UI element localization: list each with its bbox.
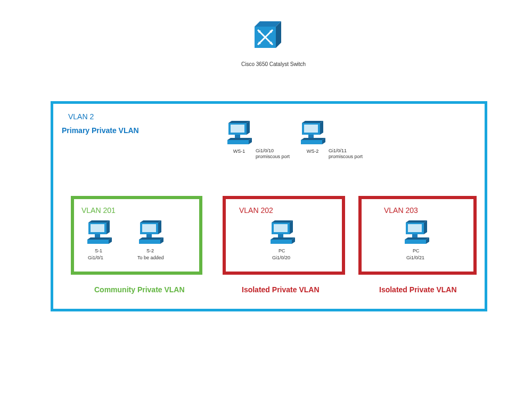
pc-icon	[268, 220, 296, 246]
pc2-name: PC	[413, 248, 420, 253]
svg-rect-36	[142, 224, 156, 232]
svg-marker-26	[107, 220, 110, 234]
isolated-vlan-label: Isolated Private VLAN	[242, 285, 320, 294]
svg-marker-50	[424, 220, 427, 234]
ws2-note: promiscous port	[329, 154, 363, 159]
community-vlan-label: Community Private VLAN	[94, 285, 185, 294]
svg-rect-29	[95, 234, 100, 237]
switch-label: Cisco 3650 Catalyst Switch	[241, 61, 306, 67]
svg-marker-18	[320, 121, 323, 135]
isolated-vlan-label: Isolated Private VLAN	[379, 285, 457, 294]
svg-rect-32	[87, 240, 109, 244]
vlan202-id: VLAN 202	[239, 206, 273, 215]
s1-name: S-1	[95, 248, 102, 253]
svg-rect-40	[139, 240, 160, 244]
pc1-port: Gi1/0/20	[272, 255, 290, 260]
svg-marker-46	[271, 237, 295, 240]
pc2-port: Gi1/0/21	[406, 255, 424, 260]
svg-rect-48	[271, 240, 292, 244]
svg-rect-53	[412, 234, 418, 237]
ws1-port: Gi1/0/10	[256, 148, 274, 153]
primary-vlan-title: Primary Private VLAN	[62, 126, 139, 135]
ws2-port: Gi1/0/11	[329, 148, 347, 153]
switch-icon	[250, 20, 282, 51]
svg-rect-44	[274, 224, 288, 232]
pc-icon	[403, 220, 430, 246]
svg-rect-21	[308, 135, 314, 138]
svg-rect-45	[278, 234, 283, 237]
svg-rect-28	[91, 224, 104, 232]
s2-note: To be added	[137, 255, 164, 260]
vlan2-id: VLAN 2	[68, 112, 94, 121]
svg-marker-17	[302, 121, 323, 123]
svg-rect-16	[227, 140, 249, 144]
svg-rect-20	[304, 125, 318, 133]
ws1-name: WS-1	[231, 149, 247, 154]
svg-marker-34	[158, 220, 161, 234]
svg-marker-9	[228, 121, 250, 123]
workstation-icon	[299, 121, 326, 146]
ws2-name: WS-2	[305, 149, 321, 154]
server-icon	[85, 220, 113, 246]
svg-marker-42	[290, 220, 293, 234]
svg-rect-52	[408, 224, 422, 232]
svg-rect-12	[231, 125, 244, 133]
svg-rect-13	[235, 135, 240, 138]
svg-marker-54	[405, 237, 429, 240]
s2-name: S-2	[146, 248, 154, 253]
svg-rect-56	[405, 240, 426, 244]
ws1-note: promiscous port	[256, 154, 290, 159]
vlan203-id: VLAN 203	[384, 206, 418, 215]
svg-marker-10	[247, 121, 250, 135]
pc1-name: PC	[279, 248, 285, 253]
vlan201-id: VLAN 201	[81, 206, 116, 215]
svg-rect-37	[146, 234, 152, 237]
workstation-icon	[225, 121, 253, 146]
server-icon	[137, 220, 165, 246]
svg-marker-25	[88, 220, 110, 223]
network-diagram: Cisco 3650 Catalyst Switch VLAN 2 Primar…	[0, 0, 532, 411]
svg-marker-22	[301, 138, 325, 140]
s1-port: Gi1/0/1	[88, 255, 103, 260]
svg-marker-41	[272, 220, 293, 223]
svg-marker-30	[87, 237, 112, 240]
svg-marker-38	[139, 237, 163, 240]
svg-marker-49	[406, 220, 427, 223]
svg-marker-33	[140, 220, 161, 223]
svg-rect-24	[301, 140, 322, 144]
svg-marker-14	[227, 138, 252, 140]
